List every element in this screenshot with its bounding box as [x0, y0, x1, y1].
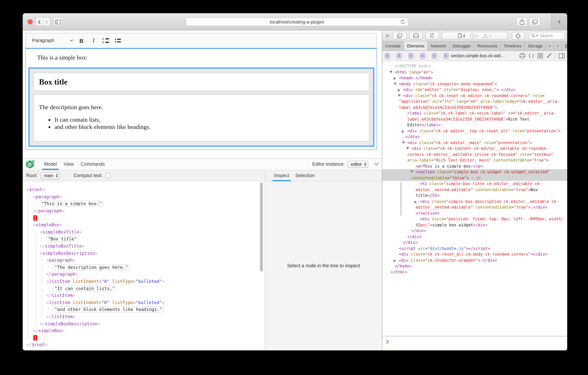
- dom-line[interactable]: </section>: [382, 210, 567, 216]
- reload-icon[interactable]: [400, 19, 405, 25]
- close-window-button[interactable]: [28, 19, 32, 24]
- model-tree-line[interactable]: </listItem>: [27, 292, 265, 299]
- box-title-heading[interactable]: Box title: [39, 77, 369, 87]
- model-tree-line[interactable]: <$root>: [27, 186, 265, 193]
- disclosure-open-icon[interactable]: [410, 171, 413, 173]
- dom-line[interactable]: editor__nested-editable" contenteditable…: [382, 187, 567, 193]
- dom-line-selected[interactable]: <section class="simple-box ck-widget ck-…: [382, 169, 567, 175]
- dom-line-selected[interactable]: contenteditable="false"> = $0: [382, 175, 567, 181]
- model-tree-line[interactable]: </listItem>: [27, 313, 265, 320]
- add-tab-button[interactable]: +: [554, 41, 562, 50]
- dom-line[interactable]: …</div>: [382, 134, 567, 140]
- simple-box-widget[interactable]: Box title The description goes here. It …: [28, 67, 374, 147]
- model-tree-line[interactable]: </$root>: [27, 341, 265, 348]
- dom-line[interactable]: <div class="simple-box-description ck-ed…: [382, 199, 567, 204]
- disclosure-closed-icon[interactable]: [414, 200, 417, 203]
- element-badge[interactable]: E: [420, 53, 425, 59]
- model-tree-line[interactable]: </paragraph>: [27, 271, 265, 278]
- devtools-tab-timelines[interactable]: Timelines: [501, 41, 525, 50]
- dom-line[interactable]: label_e63cbbfece34c53ce2350_1062343f49b8…: [382, 116, 567, 122]
- model-tree-line[interactable]: </paragraph>: [27, 207, 265, 214]
- resource-stats-button[interactable]: 4 0: [442, 32, 508, 39]
- description-paragraph[interactable]: The description goes here.: [39, 104, 369, 111]
- model-tree-line[interactable]: "It can contain lists,": [27, 285, 265, 292]
- breadcrumb-current-node[interactable]: section.simple-box.ck-wid…: [451, 54, 505, 58]
- dom-line[interactable]: <p>This is a simple box:</p>: [382, 163, 567, 169]
- reload-button[interactable]: [425, 32, 439, 39]
- forward-button[interactable]: [43, 17, 50, 26]
- model-tree-line[interactable]: ]: [27, 334, 265, 341]
- element-picker-button[interactable]: [512, 32, 525, 39]
- model-tree-line[interactable]: <paragraph>: [27, 193, 265, 200]
- editor-instance-select[interactable]: editor: [347, 161, 368, 168]
- model-tree-line[interactable]: "and other block elements like headings.…: [27, 306, 265, 313]
- model-tree-line[interactable]: <listItem listIndent="0" listType="bulle…: [27, 299, 265, 306]
- bold-button[interactable]: B: [75, 35, 87, 46]
- duplicate-button[interactable]: [393, 32, 407, 39]
- numbered-list-button[interactable]: 1 2: [100, 35, 112, 46]
- dom-line[interactable]: editor__nested-editable" contenteditable…: [382, 204, 567, 210]
- list-item[interactable]: It can contain lists,: [54, 116, 369, 123]
- dom-line[interactable]: <html lang="en">: [382, 69, 567, 75]
- dom-line[interactable]: <div class="ck ck-reset ck-editor ck-rou…: [382, 93, 567, 99]
- dom-line[interactable]: <h1 class="simple-box-title ck-editor__e…: [382, 181, 567, 187]
- model-tree-line[interactable]: <simpleBoxDescription>: [27, 250, 265, 257]
- model-tree-line[interactable]: </simpleBox>: [27, 327, 265, 334]
- element-badge[interactable]: E: [444, 53, 449, 59]
- simple-box-title[interactable]: Box title: [33, 73, 369, 91]
- back-button[interactable]: [35, 17, 43, 26]
- dom-line[interactable]: <div style="position: fixed; top: 0px; l…: [382, 216, 567, 222]
- dom-line[interactable]: <body class="ck-inspector-body-expanded"…: [382, 81, 567, 87]
- inspector-tab-model[interactable]: Model: [41, 158, 60, 170]
- model-tree-line[interactable]: <simpleBox>: [27, 221, 265, 229]
- dom-line[interactable]: 42px;">simple box widget</div>: [382, 222, 567, 228]
- element-badge[interactable]: E: [432, 53, 437, 59]
- bulleted-list-button[interactable]: [112, 35, 124, 46]
- share-button[interactable]: [516, 17, 527, 26]
- dom-line[interactable]: aria-label="Rich Text Editor, main" cont…: [382, 157, 567, 163]
- disclosure-open-icon[interactable]: [389, 71, 392, 73]
- inspector-tab-commands[interactable]: Commands: [77, 158, 108, 170]
- model-tree-line[interactable]: </simpleBoxTitle>: [27, 243, 265, 250]
- list-item[interactable]: and other block elements like headings.: [54, 123, 369, 131]
- inspector-tab-view[interactable]: View: [60, 158, 77, 170]
- dom-line[interactable]: corners ck-editor__editable_inline ck-fo…: [382, 152, 567, 157]
- model-tree-line[interactable]: "The description goes here.": [27, 264, 265, 271]
- disclosure-closed-icon[interactable]: [402, 130, 404, 133]
- dom-line[interactable]: </div>: [382, 228, 567, 234]
- console-prompt-row[interactable]: [382, 336, 567, 350]
- devtools-tab-elements[interactable]: Elements: [404, 41, 428, 50]
- devtools-tab-resources[interactable]: Resources: [474, 41, 501, 50]
- dom-line[interactable]: <div class="ck ck-editor__top ck-reset_a…: [382, 128, 567, 134]
- dom-line[interactable]: <div id="editor" style="display: none;">…: [382, 87, 567, 93]
- dom-line[interactable]: </div>: [382, 240, 567, 245]
- disclosure-open-icon[interactable]: [402, 141, 405, 143]
- tab-overview-button[interactable]: [529, 17, 540, 26]
- close-devtools-button[interactable]: ✕: [385, 33, 390, 38]
- element-badge[interactable]: E: [397, 53, 402, 59]
- paragraph-dropdown[interactable]: Paragraph: [30, 35, 75, 46]
- model-tree-line[interactable]: "This is a simple box:": [27, 200, 265, 207]
- disclosure-open-icon[interactable]: [394, 82, 397, 85]
- dom-line[interactable]: </div>: [382, 234, 567, 240]
- editor-editable[interactable]: This is a simple box: Box title The desc…: [25, 48, 377, 150]
- model-tree-line[interactable]: "Box title": [27, 235, 265, 243]
- dom-line[interactable]: <div class="ck ck-editor__main" role="pr…: [382, 140, 567, 146]
- devtools-tab-network[interactable]: Network: [428, 41, 450, 50]
- devtools-tab-storage[interactable]: Storage: [525, 41, 546, 50]
- compact-text-checkbox[interactable]: [106, 173, 111, 178]
- dom-line[interactable]: "application" dir="ltr" lang="en" aria-l…: [382, 99, 567, 104]
- model-tree-line[interactable]: <listItem listIndent="0" listType="bulle…: [27, 278, 265, 285]
- print-icon[interactable]: [519, 53, 525, 58]
- devtools-tab-console[interactable]: Console: [382, 41, 404, 50]
- dom-line[interactable]: <label class="ck ck-label ck-voice-label…: [382, 110, 567, 116]
- element-badge[interactable]: E: [409, 53, 413, 59]
- disclosure-closed-icon[interactable]: [394, 77, 396, 80]
- dom-line[interactable]: </html>: [382, 269, 567, 275]
- details-sidebar-icon[interactable]: [559, 53, 565, 58]
- disclosure-open-icon[interactable]: [406, 147, 409, 149]
- devtools-settings-button[interactable]: [562, 41, 567, 50]
- grid-icon[interactable]: [538, 53, 543, 58]
- simple-box-description[interactable]: The description goes here. It can contai…: [33, 94, 369, 142]
- model-tree-line[interactable]: [: [27, 214, 265, 221]
